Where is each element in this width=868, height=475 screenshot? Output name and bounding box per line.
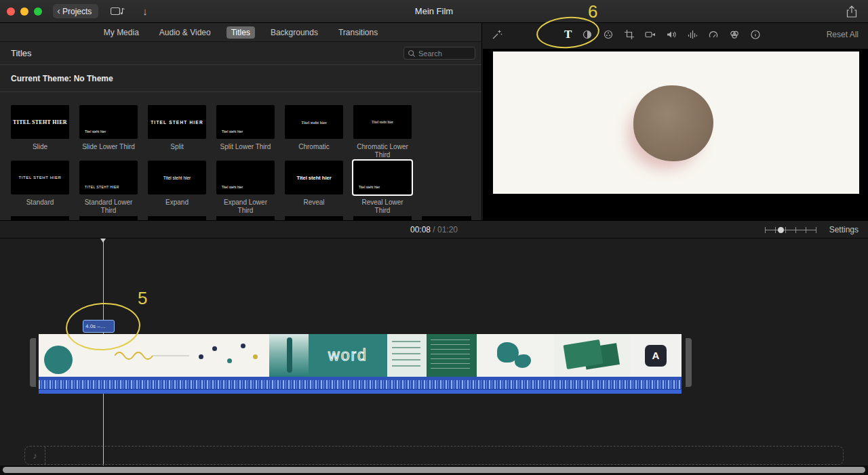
title-label: Slide bbox=[11, 143, 69, 151]
browser-header: Titles bbox=[0, 42, 481, 65]
stabilization-camera-icon[interactable] bbox=[645, 29, 656, 40]
audio-waveform[interactable] bbox=[39, 377, 682, 394]
title-clip-duration: 4.0s –… bbox=[85, 323, 106, 329]
close-window-button[interactable] bbox=[7, 7, 15, 16]
title-label: Expand bbox=[148, 199, 206, 207]
traffic-lights bbox=[7, 7, 42, 16]
tab-audio-video[interactable]: Audio & Video bbox=[155, 26, 216, 39]
tab-backgrounds[interactable]: Backgrounds bbox=[266, 26, 323, 39]
timecode: 00:08 / 01:20 bbox=[410, 225, 458, 234]
volume-icon[interactable] bbox=[666, 29, 677, 40]
filmstrip-frame-word: word bbox=[309, 334, 387, 377]
timeline-scrollbar-thumb[interactable] bbox=[3, 467, 865, 473]
filmstrip-frame-teal-circle bbox=[39, 334, 115, 377]
speed-icon[interactable] bbox=[708, 29, 719, 40]
title-preview: Titel steht hier bbox=[353, 161, 412, 194]
title-style-split[interactable]: TITEL STEHT HIER Split bbox=[148, 105, 206, 161]
current-theme-label: Current Theme: No Theme bbox=[0, 65, 481, 92]
title-style-split-lower-third[interactable]: Titel steht hier Split Lower Third bbox=[216, 105, 275, 161]
title-style-chromatic[interactable]: Titel steht hier Chromatic bbox=[285, 105, 343, 161]
playhead-handle[interactable] bbox=[100, 239, 106, 243]
timecode-current: 00:08 bbox=[410, 225, 431, 234]
title-style-reveal[interactable]: Titel steht hier Reveal bbox=[285, 161, 343, 216]
title-tool-icon: T bbox=[564, 28, 572, 41]
adjust-toolbar: T bbox=[483, 23, 868, 46]
title-preview: Titel steht hier bbox=[285, 105, 343, 139]
import-download-icon[interactable]: ↓ bbox=[142, 5, 148, 17]
titles-grid: TITEL STEHT HIER Slide Titel steht hier … bbox=[0, 92, 481, 216]
tab-titles[interactable]: Titles bbox=[226, 26, 255, 39]
title-style-slide-lower-third[interactable]: Titel steht hier Slide Lower Third bbox=[79, 105, 138, 161]
title-preview: Titel steht hier bbox=[148, 161, 206, 194]
title-clip[interactable]: 4.0s –… bbox=[83, 320, 115, 333]
zoom-window-button[interactable] bbox=[34, 7, 42, 16]
title-settings-button[interactable]: T bbox=[564, 28, 572, 41]
title-label: Standard Lower Third bbox=[79, 199, 138, 215]
search-input[interactable] bbox=[418, 49, 471, 58]
enhance-wand-icon[interactable] bbox=[492, 29, 502, 40]
title-preview: Titel steht hier bbox=[353, 105, 412, 139]
timeline[interactable]: 4.0s –… word bbox=[0, 239, 868, 466]
filmstrip-frame-logo: A bbox=[630, 334, 682, 377]
title-preview: Titel steht hier bbox=[216, 161, 275, 194]
transport-bar: 00:08 / 01:20 Settings bbox=[0, 220, 868, 239]
filmstrip-frame-dots bbox=[189, 334, 269, 377]
settings-button[interactable]: Settings bbox=[829, 225, 859, 234]
timecode-total: 01:20 bbox=[437, 225, 458, 234]
clip-filter-icon[interactable] bbox=[729, 29, 740, 40]
timeline-scrollbar-track bbox=[0, 466, 868, 475]
tab-my-media[interactable]: My Media bbox=[99, 26, 144, 39]
filmstrip-frame-squiggle bbox=[115, 334, 189, 377]
a-logo: A bbox=[645, 345, 667, 367]
titlebar: ‹ Projects ↓ Mein Film bbox=[0, 0, 868, 23]
clip-trim-handle-left[interactable] bbox=[30, 338, 36, 387]
search-icon bbox=[408, 49, 416, 58]
clip-trim-handle-right[interactable] bbox=[686, 338, 692, 387]
title-style-chromatic-lower-third[interactable]: Titel steht hier Chromatic Lower Third bbox=[353, 105, 412, 161]
title-style-reveal-lower-third-selected[interactable]: Titel steht hier Reveal Lower Third bbox=[353, 161, 412, 216]
reset-all-button[interactable]: Reset All bbox=[827, 30, 859, 39]
share-icon[interactable] bbox=[846, 5, 857, 20]
panel-title: Titles bbox=[11, 48, 32, 58]
color-correction-icon[interactable] bbox=[603, 29, 614, 40]
title-preview: Titel steht hier bbox=[216, 105, 275, 139]
title-style-expand-lower-third[interactable]: Titel steht hier Expand Lower Third bbox=[216, 161, 275, 216]
title-style-expand[interactable]: Titel steht hier Expand bbox=[148, 161, 206, 216]
timeline-zoom-slider[interactable] bbox=[765, 227, 816, 233]
title-preview: Titel steht hier bbox=[285, 161, 343, 194]
title-label: Split Lower Third bbox=[216, 143, 275, 151]
crop-icon[interactable] bbox=[624, 29, 635, 40]
title-label: Expand Lower Third bbox=[216, 199, 275, 215]
title-label: Reveal Lower Third bbox=[353, 199, 412, 215]
title-style-slide[interactable]: TITEL STEHT HIER Slide bbox=[11, 105, 69, 161]
title-preview: Titel steht hier bbox=[79, 105, 138, 139]
title-style-standard[interactable]: TITEL STEHT HIER Standard bbox=[11, 161, 69, 216]
search-box[interactable] bbox=[403, 47, 475, 60]
filmstrip-frame-green-cards bbox=[554, 334, 630, 377]
noise-equalizer-icon[interactable] bbox=[687, 29, 698, 40]
window-title: Mein Film bbox=[415, 6, 453, 16]
color-balance-icon[interactable] bbox=[582, 29, 593, 40]
title-preview: TITEL STEHT HIER bbox=[148, 105, 206, 139]
projects-label: Projects bbox=[62, 7, 92, 16]
filmstrip-frame-green-slide bbox=[387, 334, 477, 377]
imovie-window: ‹ Projects ↓ Mein Film My Media Audio & … bbox=[0, 0, 868, 475]
title-style-standard-lower-third[interactable]: TITEL STEHT HIER Standard Lower Third bbox=[79, 161, 138, 216]
minimize-window-button[interactable] bbox=[20, 7, 28, 16]
tab-transitions[interactable]: Transitions bbox=[334, 26, 382, 39]
clip-filmstrip[interactable]: word A bbox=[39, 334, 682, 377]
projects-back-button[interactable]: ‹ Projects bbox=[53, 4, 98, 18]
viewer-stage bbox=[483, 49, 868, 220]
info-icon[interactable] bbox=[750, 29, 761, 40]
viewer-panel: T bbox=[483, 23, 868, 220]
chevron-left-icon: ‹ bbox=[57, 5, 60, 16]
title-label: Slide Lower Third bbox=[79, 143, 138, 151]
zoom-slider-knob[interactable] bbox=[778, 227, 784, 233]
title-preview: TITEL STEHT HIER bbox=[11, 105, 69, 139]
title-label: Standard bbox=[11, 199, 69, 207]
preview-blob-shape bbox=[633, 85, 713, 161]
media-browser-icon[interactable] bbox=[111, 6, 125, 16]
background-music-well[interactable]: ♪ bbox=[24, 446, 844, 465]
media-tab-bar: My Media Audio & Video Titles Background… bbox=[0, 23, 481, 42]
title-preview: TITEL STEHT HIER bbox=[79, 161, 138, 194]
